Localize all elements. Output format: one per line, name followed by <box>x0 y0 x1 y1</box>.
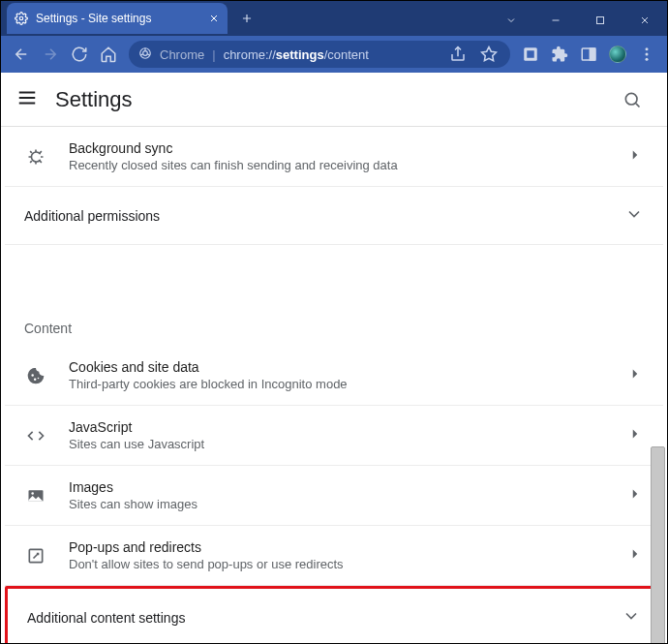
scrollbar-thumb[interactable] <box>651 446 665 644</box>
tab-strip: Settings - Site settings <box>1 1 260 36</box>
url-text: chrome://settings/content <box>224 47 369 62</box>
toolbar-right <box>516 40 661 69</box>
sync-icon <box>24 147 47 167</box>
row-subtitle: Sites can use Javascript <box>69 437 626 451</box>
svg-point-10 <box>646 58 649 61</box>
side-panel-icon[interactable] <box>574 40 603 69</box>
svg-point-13 <box>31 492 34 495</box>
row-subtitle: Third-party cookies are blocked in Incog… <box>69 377 626 391</box>
url-scheme-label: Chrome <box>160 47 204 62</box>
svg-rect-5 <box>527 50 534 58</box>
title-bar: Settings - Site settings <box>1 1 667 36</box>
svg-rect-7 <box>591 48 595 60</box>
back-button[interactable] <box>7 40 36 69</box>
hamburger-menu-icon[interactable] <box>16 87 38 112</box>
forward-button[interactable] <box>36 40 65 69</box>
close-tab-icon[interactable] <box>208 13 220 24</box>
row-title: Additional permissions <box>24 208 160 224</box>
highlight-annotation: Additional content settings <box>5 586 663 644</box>
window-controls <box>489 5 667 36</box>
row-subtitle: Don't allow sites to send pop-ups or use… <box>69 557 626 571</box>
svg-point-3 <box>143 50 148 55</box>
row-popups[interactable]: Pop-ups and redirects Don't allow sites … <box>5 526 663 586</box>
maximize-button[interactable] <box>578 5 622 36</box>
chevron-down-icon[interactable] <box>489 5 533 36</box>
settings-content: Background sync Recently closed sites ca… <box>1 127 667 644</box>
row-cookies[interactable]: Cookies and site data Third-party cookie… <box>5 346 663 406</box>
chevron-right-icon <box>626 425 644 446</box>
chevron-right-icon <box>626 365 644 386</box>
row-title: Images <box>69 479 626 495</box>
search-settings-icon[interactable] <box>613 80 652 119</box>
minimize-button[interactable] <box>533 5 578 36</box>
bookmark-star-icon[interactable] <box>477 40 501 69</box>
chevron-down-icon <box>624 204 644 227</box>
row-images[interactable]: Images Sites can show images <box>5 466 663 526</box>
row-subtitle: Sites can show images <box>69 497 626 511</box>
row-title: Additional content settings <box>27 610 185 626</box>
toolbar: Chrome | chrome://settings/content <box>1 36 667 73</box>
browser-tab-active[interactable]: Settings - Site settings <box>7 3 228 34</box>
row-subtitle: Recently closed sites can finish sending… <box>69 158 626 172</box>
close-window-button[interactable] <box>622 5 667 36</box>
gear-icon <box>15 12 28 25</box>
chrome-icon <box>138 46 152 63</box>
code-icon <box>24 426 47 445</box>
cookie-icon <box>24 366 47 385</box>
new-tab-button[interactable] <box>233 5 260 32</box>
image-icon <box>24 486 47 506</box>
chevron-right-icon <box>626 545 644 567</box>
row-title: Background sync <box>69 140 626 156</box>
svg-point-8 <box>646 47 649 50</box>
row-title: JavaScript <box>69 419 626 435</box>
chevron-right-icon <box>626 485 644 506</box>
svg-rect-1 <box>597 17 604 24</box>
extensions-puzzle-icon[interactable] <box>545 40 574 69</box>
reload-button[interactable] <box>65 40 94 69</box>
row-title: Cookies and site data <box>69 359 626 375</box>
chevron-down-icon <box>622 606 641 629</box>
page-title: Settings <box>55 87 133 112</box>
chevron-right-icon <box>626 146 644 168</box>
svg-point-0 <box>19 16 23 20</box>
svg-point-11 <box>625 93 637 105</box>
svg-point-9 <box>646 53 649 56</box>
settings-header: Settings <box>1 73 667 127</box>
row-additional-permissions[interactable]: Additional permissions <box>5 187 663 245</box>
row-background-sync[interactable]: Background sync Recently closed sites ca… <box>5 127 663 187</box>
row-additional-content-settings[interactable]: Additional content settings <box>8 589 660 644</box>
tab-title: Settings - Site settings <box>36 12 200 25</box>
home-button[interactable] <box>94 40 123 69</box>
profile-avatar[interactable] <box>603 40 632 69</box>
extension-icon-1[interactable] <box>516 40 545 69</box>
popup-icon <box>24 546 47 566</box>
share-icon[interactable] <box>446 40 470 69</box>
section-heading-content: Content <box>5 299 663 346</box>
row-javascript[interactable]: JavaScript Sites can use Javascript <box>5 406 663 466</box>
overflow-menu-icon[interactable] <box>632 40 661 69</box>
address-bar[interactable]: Chrome | chrome://settings/content <box>129 41 510 68</box>
row-title: Pop-ups and redirects <box>69 539 626 555</box>
